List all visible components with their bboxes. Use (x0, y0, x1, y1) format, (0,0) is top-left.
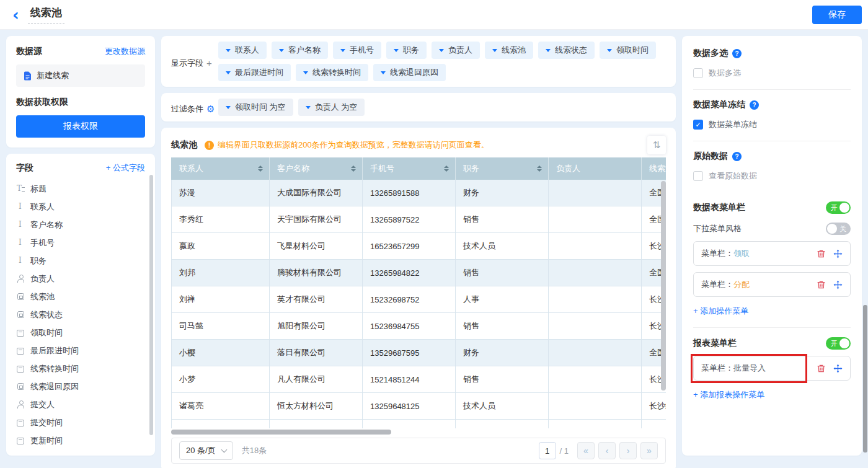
display-field-tag[interactable]: 线索池 (485, 42, 533, 59)
move-icon[interactable] (833, 249, 843, 258)
field-type-icon (16, 257, 25, 265)
checkbox[interactable] (693, 68, 703, 78)
delete-icon[interactable] (817, 364, 826, 373)
delete-icon[interactable] (817, 249, 826, 258)
display-field-tag[interactable]: 职务 (386, 42, 427, 59)
page-scrollbar[interactable] (863, 305, 867, 453)
column-header[interactable]: 职务 (456, 157, 549, 180)
display-field-tag[interactable]: 领取时间 (600, 42, 656, 59)
move-icon[interactable] (833, 364, 843, 373)
filter-card: 过滤条件 ⚙ 领取时间 为空 负责人 为空 (161, 93, 676, 121)
main-area: 数据源 更改数据源 新建线索 数据获取权限 报表权限 字段 + 公式字段 (0, 30, 868, 462)
table-row: 苏漫 大成国际有限公司 13265891588 财务 全国线索 (172, 180, 666, 206)
checkbox-row[interactable]: 数据菜单冻结 (693, 119, 851, 130)
display-field-tag[interactable]: 客户名称 (272, 42, 328, 59)
display-field-tag[interactable]: 线索状态 (538, 42, 595, 59)
column-header[interactable]: 负责人 (549, 157, 642, 180)
save-button[interactable]: 保存 (812, 6, 862, 24)
back-icon[interactable]: ‹ (12, 8, 19, 22)
table-cell: 诸葛亮 (172, 393, 270, 420)
permission-title: 数据获取权限 (16, 97, 145, 108)
menu-bar-item[interactable]: 菜单栏：领取 (693, 241, 851, 266)
field-item[interactable]: 更新时间 (16, 431, 145, 449)
add-report-action-menu-link[interactable]: + 添加报表操作菜单 (693, 389, 764, 400)
add-formula-field-link[interactable]: + 公式字段 (106, 162, 145, 174)
change-datasource-link[interactable]: 更改数据源 (105, 46, 145, 57)
help-icon[interactable] (732, 152, 742, 161)
page-title[interactable]: 线索池 (28, 6, 64, 24)
table-cell (549, 260, 642, 286)
column-header[interactable]: 客户名称 (270, 157, 363, 180)
filter-tag[interactable]: 领取时间 为空 (218, 99, 293, 116)
warning-text: 编辑界面只取数据源前200条作为查询数据预览，完整数据请访问页面查看。 (218, 139, 489, 151)
checkbox-row[interactable]: 数据多选 (693, 68, 851, 79)
menu-bar-item[interactable]: 菜单栏：批量导入 (693, 356, 851, 381)
next-page-button[interactable]: › (619, 442, 637, 459)
prev-page-button[interactable]: ‹ (598, 442, 616, 459)
field-item[interactable]: 提交时间 (16, 413, 145, 431)
field-item[interactable]: 线索转换时间 (16, 360, 145, 377)
help-icon[interactable] (750, 100, 759, 110)
help-icon[interactable] (732, 49, 742, 58)
chevron-down-icon (381, 71, 386, 74)
display-field-tag[interactable]: 负责人 (432, 42, 480, 59)
table-cell: 13265984822 (363, 260, 456, 286)
field-item[interactable]: 提交人 (16, 395, 145, 413)
checkbox[interactable] (693, 120, 703, 130)
total-count: 共18条 (242, 445, 267, 456)
table-row: 司马懿 旭阳有限公司 15236984755 销售 长沙线索 (172, 313, 666, 340)
first-page-button[interactable]: « (577, 442, 595, 459)
checkbox[interactable] (693, 171, 703, 181)
add-action-menu-link[interactable]: + 添加操作菜单 (693, 306, 748, 317)
dropdown-style-toggle[interactable]: 关 (826, 223, 851, 235)
display-field-tag[interactable]: 最后跟进时间 (218, 64, 291, 81)
fields-scrollbar[interactable] (149, 175, 153, 435)
field-item[interactable]: 标题 (16, 180, 145, 198)
report-menu-toggle[interactable]: 开 (826, 337, 851, 350)
field-label: 联系人 (30, 201, 55, 213)
report-permission-button[interactable]: 报表权限 (16, 115, 145, 138)
page-input[interactable]: 1 (539, 442, 556, 459)
table-cell: 落日有限公司 (270, 340, 363, 366)
column-label: 职务 (463, 163, 479, 174)
field-item[interactable]: 线索退回原因 (16, 377, 145, 395)
field-item[interactable]: 线索状态 (16, 306, 145, 324)
table-sort-button[interactable]: ⇅ (647, 136, 666, 154)
page-size-select[interactable]: 20 条/页 (179, 441, 233, 460)
field-item[interactable]: 联系人 (16, 198, 145, 216)
display-field-tag[interactable]: 线索转换时间 (296, 64, 368, 81)
column-header[interactable]: 联系人 (172, 157, 270, 180)
sort-icon[interactable] (351, 166, 356, 172)
field-item[interactable]: 手机号 (16, 234, 145, 252)
field-item[interactable]: 领取时间 (16, 324, 145, 342)
table-menu-toggle[interactable]: 开 (826, 201, 851, 214)
tag-label: 线索转换时间 (312, 67, 361, 78)
column-header[interactable]: 线索池 (642, 157, 728, 180)
datasource-item[interactable]: 新建线索 (16, 64, 145, 87)
sort-icon[interactable] (258, 166, 263, 172)
gear-icon[interactable]: ⚙ (206, 104, 215, 113)
display-field-tag[interactable]: 线索退回原因 (373, 64, 446, 81)
field-item[interactable]: 客户名称 (16, 216, 145, 234)
display-field-tag[interactable]: 联系人 (218, 42, 267, 59)
field-item[interactable]: 职务 (16, 252, 145, 270)
table-cell: 司马懿 (172, 313, 270, 340)
field-item[interactable]: 最后跟进时间 (16, 342, 145, 360)
sort-icon[interactable] (444, 166, 449, 172)
display-field-tag[interactable]: 手机号 (333, 42, 381, 59)
table-vertical-scrollbar[interactable] (661, 181, 666, 391)
filter-tag[interactable]: 负责人 为空 (298, 99, 365, 116)
menu-bar-item[interactable]: 菜单栏：分配 (693, 272, 851, 297)
table-card: 线索池 ! 编辑界面只取数据源前200条作为查询数据预览，完整数据请访问页面查看… (161, 128, 676, 468)
move-icon[interactable] (833, 280, 843, 289)
field-item[interactable]: 线索池 (16, 288, 145, 306)
last-page-button[interactable]: » (640, 442, 658, 459)
column-header[interactable]: 手机号 (363, 157, 456, 180)
field-item[interactable]: 负责人 (16, 270, 145, 288)
add-display-field-button[interactable]: + (206, 58, 212, 68)
sort-icon[interactable] (537, 166, 542, 172)
table-cell (549, 286, 642, 313)
chevron-down-icon (394, 49, 399, 52)
delete-icon[interactable] (817, 280, 826, 289)
table-horizontal-scrollbar[interactable] (171, 430, 391, 435)
